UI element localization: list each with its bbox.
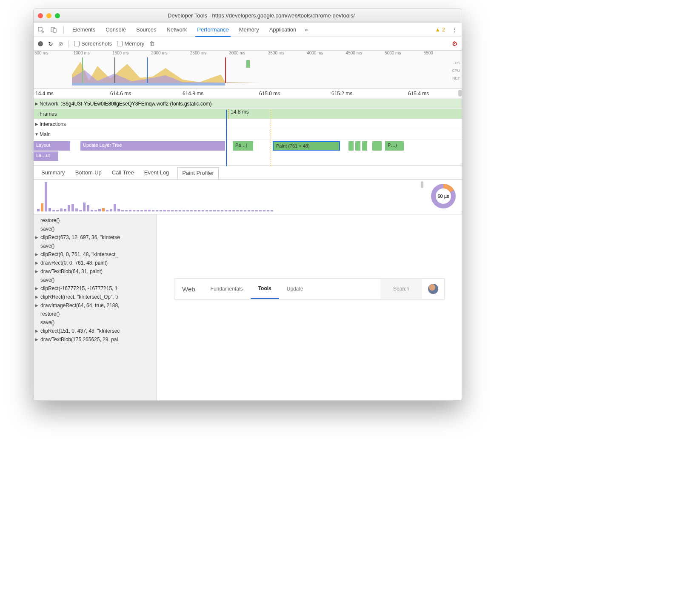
paint-event[interactable]: Pa…) [233,141,253,151]
paint-profiler-graph[interactable]: 60 µs [34,180,462,214]
warnings-badge[interactable]: ▲ 2 [435,26,445,33]
tab-network[interactable]: Network [165,23,189,36]
command-text: clipRect(673, 12, 697, 36, "kInterse [40,234,120,240]
overview-lane-labels: FPSCPUNET [452,59,460,82]
screenshots-checkbox[interactable]: Screenshots [74,40,112,47]
donut-label: 60 µs [437,194,449,199]
command-text: save() [40,319,54,325]
svg-rect-7 [246,60,250,68]
timeline-ruler[interactable]: 14.4 ms 614.6 ms 614.8 ms 615.0 ms 615.2… [34,89,462,98]
kebab-menu-icon[interactable]: ⋮ [452,26,457,33]
expand-icon[interactable]: ▶ [35,261,40,265]
expand-icon[interactable]: ▶ [35,286,40,291]
overview-net-bar [72,83,225,86]
minimize-icon[interactable] [46,13,51,18]
ruler-tick: 14.4 ms [35,91,54,97]
performance-toolbar: ↻ ⊘ Screenshots Memory 🗑 ⚙ [34,37,462,51]
frames-track[interactable]: Frames 14.8 ms [34,108,462,119]
command-row[interactable]: ▶drawTextBlob(64, 31, paint) [34,267,157,276]
nav-item-tools[interactable]: Tools [251,279,279,299]
tab-elements[interactable]: Elements [71,23,97,36]
command-row[interactable]: ▶drawTextBlob(175.265625, 29, pai [34,335,157,344]
expand-icon[interactable]: ▶ [35,269,40,274]
command-row[interactable]: ▶clipRRect(rrect, "kIntersect_Op", tr [34,293,157,301]
expand-icon[interactable]: ▶ [34,122,40,126]
screenshots-label: Screenshots [81,40,112,47]
close-icon[interactable] [38,13,43,18]
expand-icon[interactable]: ▶ [35,252,40,257]
tab-summary[interactable]: Summary [40,167,67,178]
command-row[interactable]: ▶clipRect(0, 0, 761, 48, "kIntersect_ [34,250,157,259]
overview-cpu-graph [72,57,259,83]
main-thread-flame[interactable]: Layout La…ut Update Layer Tree Pa…) Pain… [34,139,462,165]
window-title: Developer Tools - https://developers.goo… [65,12,457,19]
command-row[interactable]: restore() [34,310,157,318]
device-toggle-icon[interactable] [51,27,57,33]
settings-gear-icon[interactable]: ⚙ [452,40,457,48]
expand-icon[interactable]: ▶ [35,295,40,299]
collapse-icon[interactable]: ▼ [34,132,40,137]
expand-icon[interactable]: ▶ [35,337,40,342]
zoom-icon[interactable] [55,13,60,18]
command-row[interactable]: save() [34,318,157,327]
command-row[interactable]: ▶clipRect(-16777215, -16777215, 1 [34,284,157,293]
expand-icon[interactable] [34,111,40,116]
command-row[interactable]: ▶clipRect(673, 12, 697, 36, "kInterse [34,233,157,242]
layout-event[interactable]: Layout [34,141,70,151]
ruler-tick: 614.6 ms [110,91,131,97]
overview-pane[interactable]: 500 ms1000 ms1500 ms2000 ms2500 ms3000 m… [34,51,462,89]
paint-event-selected[interactable]: Paint (761 × 48) [273,141,340,151]
tab-sources[interactable]: Sources [134,23,158,36]
command-text: drawTextBlob(175.265625, 29, pai [40,337,118,342]
command-row[interactable]: save() [34,242,157,250]
command-text: clipRRect(rrect, "kIntersect_Op", tr [40,294,118,300]
nav-search[interactable]: Search [380,279,422,299]
devtools-window: Developer Tools - https://developers.goo… [33,9,462,401]
expand-icon[interactable]: ▶ [35,329,40,333]
command-text: clipRect(0, 0, 761, 48, "kIntersect_ [40,251,118,257]
reload-button[interactable]: ↻ [48,40,53,47]
expand-icon[interactable]: ▶ [35,303,40,308]
scrollbar-thumb[interactable] [421,181,423,188]
tab-performance[interactable]: Performance [195,23,230,37]
command-row[interactable]: restore() [34,216,157,225]
expand-icon[interactable]: ▶ [34,101,40,106]
command-row[interactable]: ▶drawImageRect(64, 64, true, 2188, [34,301,157,310]
tab-event-log[interactable]: Event Log [143,167,171,178]
scrollbar-thumb[interactable] [458,90,462,97]
command-row[interactable]: ▶drawRect(0, 0, 761, 48, paint) [34,259,157,267]
nav-item-fundamentals[interactable]: Fundamentals [203,286,251,292]
expand-icon[interactable]: ▶ [35,235,40,240]
command-row[interactable]: save() [34,225,157,233]
clear-button[interactable]: ⊘ [58,40,63,47]
tab-application[interactable]: Application [268,23,298,36]
interactions-track[interactable]: ▶ Interactions [34,119,462,129]
paint-event[interactable]: P…) [385,141,404,151]
main-track-header[interactable]: ▼ Main [34,129,462,139]
garbage-collect-button[interactable]: 🗑 [149,40,155,47]
draw-command-list[interactable]: restore()save()▶clipRect(673, 12, 697, 3… [34,214,157,400]
paint-event[interactable] [372,141,382,151]
more-tabs-icon[interactable]: » [305,26,308,33]
paint-event[interactable] [348,141,354,151]
nav-item-web[interactable]: Web [174,285,203,293]
memory-checkbox[interactable]: Memory [117,40,144,47]
command-row[interactable]: save() [34,276,157,284]
command-row[interactable]: ▶clipRect(151, 0, 437, 48, "kIntersec [34,327,157,335]
network-track[interactable]: ▶ Network :S6g4U3t-Y5UEw0lE80llgEseQY3FE… [34,98,462,108]
command-text: drawImageRect(64, 64, true, 2188, [40,302,119,308]
nav-item-updates[interactable]: Update [279,286,311,292]
paint-event[interactable] [362,141,367,151]
paint-event[interactable] [355,141,360,151]
tab-console[interactable]: Console [104,23,128,36]
record-button[interactable] [38,41,43,46]
avatar[interactable] [428,284,438,294]
tab-bottom-up[interactable]: Bottom-Up [74,167,103,178]
tab-memory[interactable]: Memory [237,23,261,36]
tab-paint-profiler[interactable]: Paint Profiler [177,167,218,179]
inspect-icon[interactable] [38,27,44,33]
layout-event[interactable]: La…ut [34,151,58,161]
update-layer-tree-event[interactable]: Update Layer Tree [80,141,225,151]
tab-call-tree[interactable]: Call Tree [110,167,136,178]
command-text: save() [40,226,54,232]
